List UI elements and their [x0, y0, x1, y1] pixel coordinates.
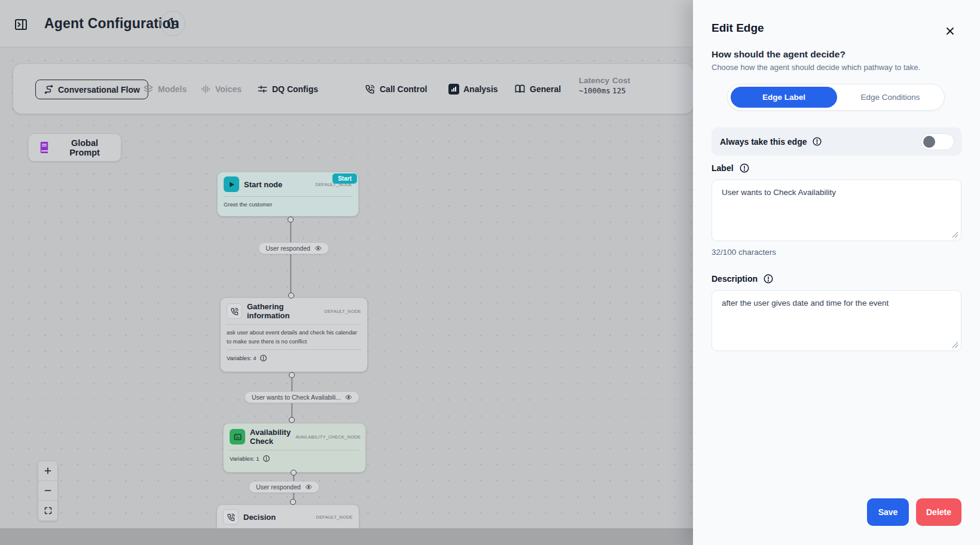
book-open-icon — [514, 83, 526, 95]
tab-voices[interactable]: Voices — [200, 64, 242, 114]
save-button[interactable]: Save — [867, 498, 909, 526]
tab-general[interactable]: General — [514, 64, 561, 114]
panel-title: Edit Edge — [712, 22, 764, 35]
info-icon[interactable] — [739, 163, 750, 173]
decide-heading: How should the agent decide? — [712, 49, 845, 60]
tab-analysis[interactable]: Analysis — [448, 64, 498, 114]
info-icon[interactable] — [763, 273, 774, 284]
node-type: DEFAULT_NODE — [316, 514, 353, 520]
node-title: Start node — [244, 180, 311, 189]
node-gathering-information[interactable]: Gathering information DEFAULT_NODE ask u… — [220, 297, 368, 372]
sliders-icon — [257, 84, 268, 95]
phone-call-icon — [227, 303, 242, 319]
label-field-wrap: User wants to Check Availability — [712, 179, 961, 241]
flow-canvas[interactable]: Conversational Flow Models Voices DQ Con… — [0, 48, 693, 528]
tab-label: Voices — [215, 84, 242, 94]
char-count: 32/100 characters — [712, 248, 776, 257]
phone-call-icon — [223, 509, 239, 525]
cost-value: 125 — [612, 86, 630, 95]
handle-decision-in[interactable] — [290, 499, 296, 505]
tab-models[interactable]: Models — [143, 64, 187, 114]
edit-edge-panel: Edit Edge How should the agent decide? C… — [693, 0, 980, 545]
canvas-bottom-strip — [0, 528, 693, 545]
fullscreen-icon — [44, 506, 53, 515]
description-field-wrap: after the user gives date and time for t… — [712, 290, 961, 351]
book-icon — [37, 141, 51, 154]
page-title: Agent Configuration — [44, 16, 179, 32]
tab-label: General — [530, 84, 561, 94]
node-body: Greet the customer — [218, 197, 358, 213]
eye-icon[interactable] — [345, 394, 352, 401]
flow-route-icon — [44, 84, 54, 95]
node-title: Availability Check — [250, 428, 291, 446]
tab-dq-configs[interactable]: DQ Configs — [257, 64, 318, 114]
handle-availability-out[interactable] — [291, 470, 297, 476]
tab-call-control[interactable]: Call Control — [365, 64, 427, 114]
edge-label-user-responded-1[interactable]: User responded — [258, 242, 329, 254]
latency-value: ~1000ms — [579, 86, 610, 95]
cost-metric: Cost 125 — [612, 76, 630, 95]
always-take-edge-label: Always take this edge — [720, 137, 807, 147]
start-badge: Start — [332, 173, 357, 184]
info-icon[interactable] — [262, 455, 270, 462]
cost-label: Cost — [612, 76, 630, 85]
edge-start-gathering — [290, 220, 291, 296]
info-icon[interactable] — [259, 354, 267, 362]
tab-bar: Conversational Flow Models Voices DQ Con… — [13, 64, 693, 114]
sidebar-toggle-icon[interactable] — [14, 17, 28, 32]
label-text: Label — [712, 163, 734, 173]
layers-icon — [143, 84, 154, 95]
moon-icon — [166, 17, 179, 30]
latency-label: Latency — [579, 76, 610, 85]
edge-label-user-responded-2[interactable]: User responded — [249, 481, 319, 493]
tab-edge-label[interactable]: Edge Label — [731, 87, 837, 108]
tab-label: Analysis — [463, 84, 498, 94]
plus-icon — [43, 466, 53, 476]
close-icon[interactable] — [944, 24, 958, 38]
description-input[interactable]: after the user gives date and time for t… — [712, 290, 961, 351]
variables-count: Variables: 1 — [230, 455, 259, 462]
zoom-in-button[interactable] — [38, 461, 57, 481]
fit-view-button[interactable] — [38, 501, 57, 520]
node-type: DEFAULT_NODE — [325, 309, 361, 314]
variables-count: Variables: 4 — [227, 355, 256, 361]
handle-availability-in[interactable] — [289, 417, 295, 423]
node-start[interactable]: Start Start node DEFAULT_NODE Greet the … — [217, 172, 359, 217]
edge-label-check-availability[interactable]: User wants to Check Availabili... — [245, 391, 359, 403]
bar-chart-icon — [448, 84, 459, 95]
tab-label: Conversational Flow — [58, 85, 140, 95]
waveform-icon — [200, 84, 211, 95]
node-title: Decision — [243, 513, 312, 522]
label-input[interactable]: User wants to Check Availability — [712, 179, 961, 241]
edge-mode-segmented-control: Edge Label Edge Conditions — [727, 84, 945, 111]
edge-label-text: User wants to Check Availabili... — [252, 394, 341, 401]
always-take-edge-row: Always take this edge — [712, 127, 961, 156]
handle-gathering-in[interactable] — [288, 293, 294, 299]
phone-call-icon — [365, 84, 375, 95]
dark-mode-toggle[interactable] — [160, 11, 185, 36]
eye-icon[interactable] — [315, 245, 322, 252]
app-header: Agent Configuration — [0, 0, 693, 47]
flow-workspace: Agent Configuration Conversational Flow … — [0, 0, 693, 545]
global-prompt-label: Global Prompt — [57, 138, 112, 157]
label-field-label: Label — [712, 163, 750, 173]
node-title: Gathering information — [247, 302, 320, 320]
handle-start-out[interactable] — [288, 217, 294, 223]
tab-conversational-flow[interactable]: Conversational Flow — [35, 80, 148, 99]
always-take-edge-toggle[interactable] — [921, 133, 954, 150]
tab-label: DQ Configs — [272, 84, 318, 94]
handle-gathering-out[interactable] — [289, 372, 295, 378]
zoom-out-button[interactable] — [38, 481, 57, 501]
app-window-icon — [230, 429, 245, 444]
label-text: Description — [712, 274, 758, 284]
global-prompt-button[interactable]: Global Prompt — [28, 133, 121, 162]
tab-label: Models — [158, 84, 187, 94]
tab-edge-conditions[interactable]: Edge Conditions — [839, 87, 941, 108]
info-icon[interactable] — [812, 136, 822, 147]
node-availability-check[interactable]: Availability Check AVAILABILITY_CHECK_NO… — [223, 423, 366, 473]
node-body: ask user about event details and check h… — [221, 325, 367, 349]
delete-button[interactable]: Delete — [916, 498, 961, 526]
eye-icon[interactable] — [305, 483, 312, 491]
canvas-zoom-controls — [38, 461, 58, 521]
node-type: AVAILABILITY_CHECK_NODE — [295, 434, 361, 440]
